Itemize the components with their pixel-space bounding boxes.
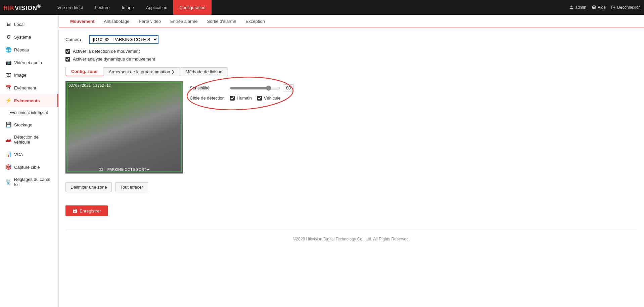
sensitivity-row: Sensibilité 80 (190, 84, 637, 91)
detection-vehicle-item: Véhicule (257, 95, 281, 101)
checkbox-humain[interactable] (230, 96, 235, 101)
sub-tab-config-zone[interactable]: Config. zone (65, 67, 103, 76)
camera-label: Caméra (65, 37, 86, 42)
sidebar-label-vca: VCA (14, 152, 23, 157)
video-audio-icon: 📷 (5, 60, 11, 66)
tab-entree-alarme[interactable]: Entrée alarme (166, 15, 202, 28)
logo: HIKVISION® (3, 3, 41, 12)
sidebar-label-evenement-intelligent: Evènement intelligent (9, 110, 48, 115)
main-layout: 🖥 Local ⚙ Système 🌐 Réseau 📷 Vidéo et au… (0, 15, 644, 307)
detection-human-item: Humain (230, 95, 252, 101)
tab-antisabotage[interactable]: Antisabotage (99, 15, 134, 28)
footer: ©2020 Hikvision Digital Technology Co., … (65, 230, 637, 248)
sidebar-label-evenement: Evènement (14, 85, 36, 90)
logout-icon (611, 5, 616, 10)
sidebar-label-reseau: Réseau (14, 47, 29, 52)
sidebar-item-reseau[interactable]: 🌐 Réseau (0, 43, 58, 56)
vehicule-label: Véhicule (264, 95, 281, 101)
sidebar-item-evenement-intelligent[interactable]: Evènement intelligent (0, 107, 58, 118)
top-nav: HIKVISION® Vue en direct Lecture Image A… (0, 0, 644, 15)
nav-configuration[interactable]: Configuration (173, 0, 211, 15)
systeme-icon: ⚙ (5, 34, 11, 40)
sensitivity-label: Sensibilité (190, 85, 227, 90)
delimite-zone-button[interactable]: Délimiter une zone (65, 182, 112, 192)
sub-tabs: Config. zone Armement de la programmatio… (65, 67, 637, 76)
sidebar-item-systeme[interactable]: ⚙ Système (0, 31, 58, 43)
stockage-icon: 💾 (5, 122, 11, 128)
sidebar-item-local[interactable]: 🖥 Local (0, 18, 58, 31)
sub-tab-armement[interactable]: Armement de la programmation ❯ (103, 67, 180, 76)
detection-target-label: Cible de détection (190, 95, 227, 101)
sidebar-item-capture-cible[interactable]: 🎯 Capture cible (0, 161, 58, 174)
help-wrapper: Aide (592, 5, 606, 10)
sidebar-item-image[interactable]: 🖼 Image (0, 69, 58, 81)
help-icon (592, 5, 596, 10)
tabs-row: Mouvement Antisabotage Perte vidéo Entré… (59, 15, 644, 28)
sidebar-label-evenements: Evènements (14, 98, 40, 103)
humain-label: Humain (237, 95, 252, 101)
nav-lecture[interactable]: Lecture (89, 0, 116, 15)
detection-target-row: Cible de détection Humain Véhicule (190, 95, 637, 101)
nav-right: admin Aide Déconnexion (569, 5, 641, 10)
checkbox-analyse-label: Activer analyse dynamique de mouvement (73, 56, 155, 62)
camera-select[interactable]: [D10] 32 - PARKING COTE S (89, 35, 158, 44)
logo-registered: ® (37, 3, 41, 9)
tab-mouvement[interactable]: Mouvement (65, 15, 99, 28)
sidebar-item-evenements[interactable]: ⚡ Evènements (0, 94, 58, 107)
image-icon: 🖼 (5, 72, 11, 78)
checkbox-analyse-row: Activer analyse dynamique de mouvement (65, 56, 637, 62)
evenement-icon: 📅 (5, 85, 11, 91)
sidebar-item-evenement[interactable]: 📅 Evènement (0, 81, 58, 94)
logout-wrapper: Déconnexion (611, 5, 641, 10)
tab-sortie-alarme[interactable]: Sortie d'alarme (202, 15, 241, 28)
video-settings-row: 03/02/2022 12:52:13 32 – PARKING COTE SO… (65, 81, 637, 192)
sidebar-item-vca[interactable]: 📊 VCA (0, 148, 58, 161)
footer-text: ©2020 Hikvision Digital Technology Co., … (293, 237, 410, 241)
checkbox-analyse-dynamique[interactable] (65, 57, 70, 62)
sidebar-item-detection-vehicule[interactable]: 🚗 Détection de véhicule (0, 131, 58, 148)
action-buttons: Délimiter une zone Tout effacer (65, 182, 183, 192)
help-label[interactable]: Aide (598, 5, 606, 10)
video-timestamp: 03/02/2022 12:52:13 (68, 83, 111, 88)
checkbox-detection-mouvement[interactable] (65, 49, 70, 54)
user-label[interactable]: admin (575, 5, 586, 10)
evenements-icon: ⚡ (5, 98, 11, 104)
logout-label[interactable]: Déconnexion (617, 5, 641, 10)
tout-effacer-button[interactable]: Tout effacer (115, 182, 148, 192)
camera-row: Caméra [D10] 32 - PARKING COTE S (65, 35, 637, 44)
save-label: Enregistrer (80, 208, 101, 214)
settings-panel: Sensibilité 80 Cible de détection Huma (190, 81, 637, 105)
save-icon (72, 208, 78, 214)
sidebar-label-detection-vehicule: Détection de véhicule (14, 135, 53, 145)
chevron-right-icon: ❯ (172, 70, 174, 74)
sensitivity-slider[interactable] (230, 85, 280, 91)
sidebar-label-video-audio: Vidéo et audio (14, 60, 42, 65)
tab-perte-video[interactable]: Perte vidéo (134, 15, 166, 28)
content-area: Mouvement Antisabotage Perte vidéo Entré… (59, 15, 644, 307)
nav-vue-en-direct[interactable]: Vue en direct (51, 0, 89, 15)
nav-image[interactable]: Image (116, 0, 140, 15)
detection-checkboxes: Humain Véhicule (230, 95, 281, 101)
sidebar-item-video-audio[interactable]: 📷 Vidéo et audio (0, 56, 58, 69)
sidebar-label-capture-cible: Capture cible (14, 165, 40, 170)
sidebar-label-reglages-iot: Réglages du canal IoT (14, 177, 53, 187)
sidebar-label-stockage: Stockage (14, 122, 32, 127)
nav-application[interactable]: Application (140, 0, 174, 15)
user-icon-wrapper: admin (569, 5, 586, 10)
sub-tab-methode-liaison[interactable]: Méthode de liaison (180, 67, 228, 76)
sidebar-label-local: Local (14, 22, 25, 27)
logo-vision: VISION (15, 5, 37, 11)
video-label: 32 – PARKING COTE SORT⬅ (99, 167, 149, 172)
sidebar-item-reglages-iot[interactable]: 📡 Réglages du canal IoT (0, 174, 58, 190)
vca-icon: 📊 (5, 151, 11, 157)
save-button[interactable]: Enregistrer (65, 205, 108, 216)
logo-hik: HIK (3, 5, 15, 11)
detection-vehicule-icon: 🚗 (5, 137, 11, 143)
tab-exception[interactable]: Exception (241, 15, 270, 28)
svg-point-0 (186, 76, 294, 111)
content-inner: Caméra [D10] 32 - PARKING COTE S Activer… (59, 28, 644, 255)
sidebar-item-stockage[interactable]: 💾 Stockage (0, 118, 58, 131)
annotation-circle (185, 76, 295, 111)
checkbox-vehicule[interactable] (257, 96, 262, 101)
user-icon (569, 5, 574, 10)
